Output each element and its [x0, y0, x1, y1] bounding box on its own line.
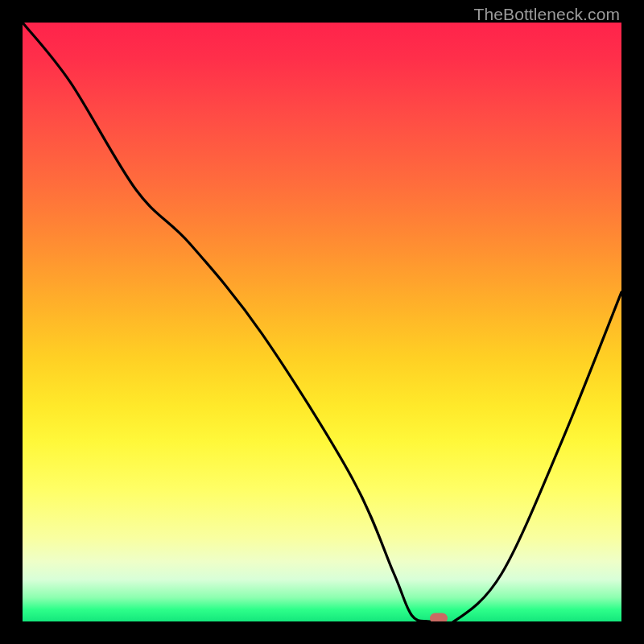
watermark-text: TheBottleneck.com	[474, 5, 620, 24]
bottleneck-curve	[23, 23, 621, 621]
minimum-marker	[430, 613, 448, 621]
chart-stage: TheBottleneck.com	[0, 0, 644, 644]
plot-area	[23, 23, 621, 621]
